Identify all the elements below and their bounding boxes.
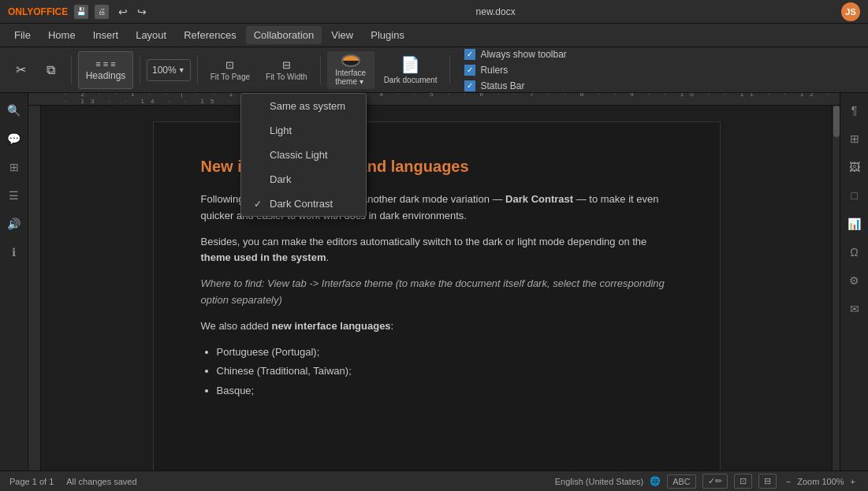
fit-width-icon: ⊟ [282, 59, 291, 71]
interface-theme-label: Interfacetheme ▾ [335, 69, 366, 86]
sidebar-comment-icon[interactable]: 💬 [3, 128, 25, 150]
toolbar: ✂ ⧉ ≡ ≡ ≡ Headings 100% ▼ ⊡ Fit To Page … [0, 47, 868, 93]
theme-option-dark-contrast[interactable]: ✓ Dark Contrast [241, 192, 366, 216]
zoom-minus-btn[interactable]: − [783, 477, 794, 486]
zoom-dropdown-icon: ▼ [178, 66, 185, 74]
separator-2 [140, 56, 140, 84]
doc-container[interactable]: New interface theme and languages Follow… [41, 106, 832, 471]
print-title-btn[interactable]: 🖨 [95, 5, 109, 19]
menu-home[interactable]: Home [40, 26, 84, 44]
menu-collaboration[interactable]: Collaboration [246, 26, 322, 44]
track-changes-btn[interactable]: ✓✏ [702, 474, 728, 489]
rulers-checkbox[interactable]: ✓ [464, 65, 475, 76]
interface-theme-btn[interactable]: Interfacetheme ▾ [327, 51, 374, 89]
fit-btn-status[interactable]: ⊡ [734, 474, 752, 489]
theme-option-label-1: Same as system [270, 100, 345, 112]
fit-to-page-label: Fit To Page [210, 73, 250, 81]
sidebar-find-icon[interactable]: 🔍 [3, 99, 25, 121]
user-avatar[interactable]: JS [841, 2, 860, 21]
undo-redo-group: ↩ ↪ [115, 4, 150, 20]
zoom-plus-btn[interactable]: + [848, 477, 859, 486]
undo-btn[interactable]: ↩ [115, 4, 131, 20]
always-show-toolbar-checkbox[interactable]: ✓ [464, 49, 475, 60]
dark-document-btn[interactable]: 📄 Dark document [378, 51, 444, 89]
redo-btn[interactable]: ↪ [134, 4, 150, 20]
theme-option-dark[interactable]: Dark [241, 167, 366, 192]
scrollbar-thumb[interactable] [833, 106, 840, 137]
menu-references[interactable]: References [176, 26, 244, 44]
editor-area: · 2 · · 1 · · | · · 1 · · 2 · · 3 · · 4 … [28, 93, 840, 471]
headings-btn[interactable]: ≡ ≡ ≡ Headings [78, 51, 133, 89]
separator-5 [449, 56, 450, 84]
always-show-toolbar-row[interactable]: ✓ Always show toolbar [464, 49, 566, 60]
page-info: Page 1 of 1 [9, 477, 54, 486]
right-box-icon[interactable]: □ [844, 184, 866, 206]
zoom-control[interactable]: 100% ▼ [147, 59, 191, 81]
doc-scroll: New interface theme and languages Follow… [28, 106, 840, 471]
theme-option-same-as-system[interactable]: Same as system [241, 94, 366, 118]
status-right: English (United States) 🌐 ABC ✓✏ ⊡ ⊟ − Z… [555, 474, 859, 489]
main-area: 🔍 💬 ⊞ ☰ 🔊 ℹ · 2 · · 1 · · | · · 1 · · 2 … [0, 93, 868, 471]
menu-insert[interactable]: Insert [85, 26, 127, 44]
new-languages-bold: new interface languages [272, 320, 391, 332]
right-mail-icon[interactable]: ✉ [844, 298, 866, 320]
headings-label: Headings [86, 70, 126, 81]
sidebar-track-icon[interactable]: ⊞ [3, 156, 25, 178]
zoom-info: Zoom 100% [797, 477, 844, 486]
save-title-btn[interactable]: 💾 [74, 5, 88, 19]
spell-check-btn[interactable]: ABC [667, 474, 696, 489]
status-bar-checkbox[interactable]: ✓ [464, 80, 475, 91]
separator-4 [320, 56, 321, 84]
right-settings-icon[interactable]: ⚙ [844, 270, 866, 292]
theme-option-label-5: Dark Contrast [270, 198, 333, 210]
right-formula-icon[interactable]: Ω [844, 241, 866, 263]
menu-view[interactable]: View [323, 26, 361, 44]
copy-icon: ⧉ [47, 63, 55, 77]
bullet-list: Portuguese (Portugal); Chinese (Traditio… [217, 344, 672, 400]
right-panel: ¶ ⊞ 🖼 □ 📊 Ω ⚙ ✉ [840, 93, 868, 471]
right-para-icon[interactable]: ¶ [844, 99, 866, 121]
title-bar-left: ONLYOFFICE 💾 🖨 ↩ ↪ [8, 4, 150, 20]
fit-width-status[interactable]: ⊟ [758, 474, 777, 489]
bullet-item-2: Chinese (Traditional, Taiwan); [217, 363, 672, 380]
document: New interface theme and languages Follow… [153, 121, 721, 471]
cut-icon: ✂ [16, 62, 26, 77]
check-same [254, 101, 265, 112]
theme-option-label-3: Classic Light [270, 149, 328, 161]
fit-to-width-label: Fit To Width [266, 73, 307, 81]
sidebar-info-icon[interactable]: ℹ [3, 241, 25, 263]
bullet-item-3: Basque; [217, 383, 672, 400]
fit-to-width-btn[interactable]: ⊟ Fit To Width [259, 51, 314, 89]
theme-option-light[interactable]: Light [241, 118, 366, 143]
check-dark-contrast: ✓ [254, 199, 265, 210]
sidebar-list-icon[interactable]: ☰ [3, 184, 25, 206]
separator-3 [197, 56, 198, 84]
checkbox-group: ✓ Always show toolbar ✓ Rulers ✓ Status … [464, 49, 566, 91]
right-image-icon[interactable]: 🖼 [844, 156, 866, 178]
vertical-ruler [28, 106, 41, 471]
fit-page-icon: ⊡ [225, 59, 234, 71]
status-bar-row[interactable]: ✓ Status Bar [464, 80, 566, 91]
language-label[interactable]: English (United States) [555, 477, 644, 486]
menu-file[interactable]: File [6, 26, 39, 44]
status-left: Page 1 of 1 All changes saved [9, 477, 137, 486]
menu-layout[interactable]: Layout [128, 26, 174, 44]
theme-icon [341, 54, 360, 67]
copy-btn[interactable]: ⧉ [36, 51, 65, 89]
right-chart-icon[interactable]: 📊 [844, 213, 866, 235]
fit-to-page-btn[interactable]: ⊡ Fit To Page [204, 51, 256, 89]
right-table-icon[interactable]: ⊞ [844, 128, 866, 150]
left-sidebar: 🔍 💬 ⊞ ☰ 🔊 ℹ [0, 93, 28, 471]
check-classic [254, 150, 265, 161]
cut-btn[interactable]: ✂ [6, 51, 35, 89]
dark-document-label: Dark document [384, 76, 438, 84]
vertical-scrollbar[interactable] [832, 106, 840, 471]
dark-doc-icon: 📄 [400, 55, 420, 74]
toolbar-group-left: ✂ ⧉ [6, 51, 65, 89]
theme-option-classic-light[interactable]: Classic Light [241, 143, 366, 167]
rulers-row[interactable]: ✓ Rulers [464, 65, 566, 76]
doc-para-4: We also added new interface languages: [201, 318, 672, 335]
menu-plugins[interactable]: Plugins [363, 26, 412, 44]
title-bar: ONLYOFFICE 💾 🖨 ↩ ↪ new.docx JS [0, 0, 868, 24]
sidebar-speaker-icon[interactable]: 🔊 [3, 213, 25, 235]
